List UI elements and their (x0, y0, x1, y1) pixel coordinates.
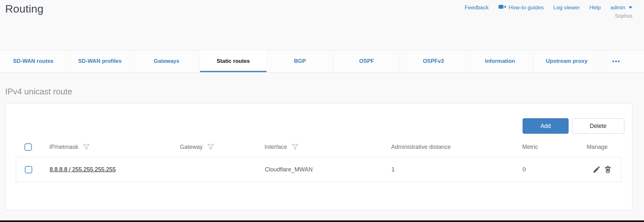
ip-netmask-filter-funnel-icon[interactable] (83, 143, 90, 150)
tab-ospfv3[interactable]: OSPFv3 (400, 50, 467, 72)
top-nav-wrap: Feedback How-to guides Log viewer Help a… (465, 4, 632, 19)
column-metric-label: Metric (522, 144, 538, 150)
column-gateway-label: Gateway (180, 144, 203, 150)
card-toolbar: Add Delete (13, 118, 624, 134)
delete-trash-icon[interactable] (604, 165, 612, 174)
top-header: Routing Feedback How-to guides Log viewe… (0, 0, 644, 19)
delete-button[interactable]: Delete (572, 118, 624, 134)
tab-gateways[interactable]: Gateways (133, 50, 200, 72)
column-ip-netmask-label: IP/netmask (49, 144, 78, 150)
tab-overflow-ellipsis-icon[interactable]: ••• (600, 50, 632, 72)
row-manage-cell (574, 165, 621, 174)
howto-guides-label: How-to guides (509, 5, 544, 11)
routes-card: Add Delete IP/netmask Gateway Interfac (5, 103, 632, 210)
column-interface-label: Interface (264, 144, 287, 150)
feedback-link[interactable]: Feedback (465, 5, 489, 11)
account-name: Sophos (465, 13, 632, 19)
section-title: IPv4 unicast route (5, 87, 632, 97)
gateway-filter-funnel-icon[interactable] (207, 143, 214, 150)
tab-ospf[interactable]: OSPF (333, 50, 400, 72)
row-checkbox[interactable] (25, 166, 32, 173)
howto-guides-link[interactable]: How-to guides (498, 4, 544, 11)
select-all-cell (13, 143, 49, 151)
log-viewer-label: Log viewer (553, 5, 580, 11)
column-admin-distance: Administrative distance (391, 144, 522, 150)
feedback-label: Feedback (465, 5, 489, 11)
tab-bar: SD-WAN routes SD-WAN profiles Gateways S… (0, 50, 644, 72)
row-interface-cell: Cloudflare_MWAN (265, 166, 391, 173)
row-select-cell (16, 166, 50, 173)
row-ip-netmask-cell: 8.8.8.8 / 255.255.255.255 (50, 166, 180, 173)
main-content: IPv4 unicast route Add Delete IP/netmask… (0, 87, 644, 210)
row-metric-cell: 0 (523, 166, 574, 173)
admin-menu[interactable]: admin (610, 5, 632, 11)
column-ip-netmask: IP/netmask (49, 143, 180, 150)
table-header-row: IP/netmask Gateway Interface Administrat… (13, 137, 624, 157)
chevron-down-icon (629, 6, 632, 9)
edit-pencil-icon[interactable] (592, 165, 601, 174)
help-label: Help (590, 5, 601, 11)
add-button[interactable]: Add (523, 118, 569, 134)
tab-static-routes[interactable]: Static routes (200, 50, 267, 72)
column-manage: Manage (574, 144, 624, 150)
screen-bottom-edge (0, 220, 644, 222)
tab-bgp[interactable]: BGP (267, 50, 333, 72)
column-manage-label: Manage (587, 144, 608, 150)
route-link[interactable]: 8.8.8.8 / 255.255.255.255 (50, 166, 116, 173)
column-admin-distance-label: Administrative distance (391, 144, 451, 150)
column-metric: Metric (522, 144, 574, 150)
tab-information[interactable]: Information (467, 50, 533, 72)
log-viewer-link[interactable]: Log viewer (553, 5, 580, 11)
select-all-checkbox[interactable] (24, 143, 32, 151)
tab-sd-wan-routes[interactable]: SD-WAN routes (0, 50, 67, 72)
interface-filter-funnel-icon[interactable] (292, 143, 299, 150)
help-link[interactable]: Help (590, 5, 601, 11)
top-nav: Feedback How-to guides Log viewer Help a… (465, 4, 632, 11)
row-admin-distance-cell: 1 (391, 166, 523, 173)
column-interface: Interface (264, 143, 391, 150)
table-row: 8.8.8.8 / 255.255.255.255 Cloudflare_MWA… (16, 157, 621, 182)
tab-sd-wan-profiles[interactable]: SD-WAN profiles (67, 50, 133, 72)
column-gateway: Gateway (180, 143, 264, 150)
admin-label: admin (610, 5, 625, 11)
page-title: Routing (5, 3, 43, 15)
video-camera-icon (498, 4, 506, 11)
tab-upstream-proxy[interactable]: Upstream proxy (533, 50, 600, 72)
